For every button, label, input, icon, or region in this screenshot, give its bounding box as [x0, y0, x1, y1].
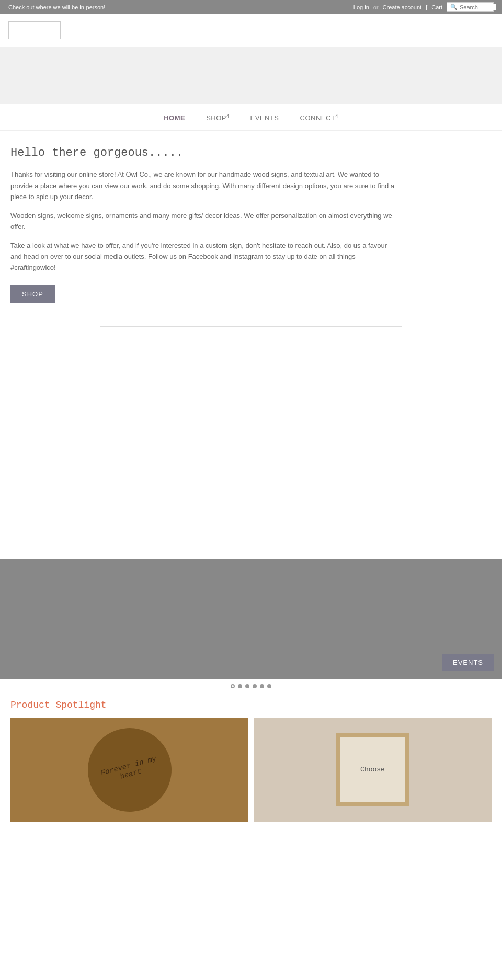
- or-separator: or: [373, 4, 379, 10]
- nav-item-events[interactable]: EVENTS: [250, 114, 279, 122]
- logo[interactable]: [8, 21, 61, 39]
- nav-item-connect[interactable]: CONNECT4: [300, 113, 338, 122]
- dot-4[interactable]: [253, 684, 257, 688]
- hero-image: [0, 47, 502, 104]
- slider-section: EVENTS: [0, 559, 502, 691]
- events-badge[interactable]: EVENTS: [442, 654, 494, 671]
- cart-link[interactable]: Cart: [431, 4, 442, 10]
- spacer-area: [0, 339, 502, 559]
- framed-sign-image: Choose: [336, 733, 409, 806]
- dot-2[interactable]: [238, 684, 242, 688]
- dot-1[interactable]: [231, 684, 235, 688]
- product-grid: Forever in my heart Choose: [10, 718, 492, 822]
- body-paragraph-2: Wooden signs, welcome signs, ornaments a…: [10, 210, 397, 233]
- main-content: Hello there gorgeous..... Thanks for vis…: [0, 131, 408, 314]
- spotlight-section: Product Spotlight Forever in my heart Ch…: [0, 691, 502, 827]
- dot-3[interactable]: [245, 684, 249, 688]
- search-icon: 🔍: [450, 4, 458, 10]
- page-title: Hello there gorgeous.....: [10, 146, 397, 159]
- slider-image: EVENTS: [0, 559, 502, 679]
- top-bar: Check out where we will be in-person! Lo…: [0, 0, 502, 14]
- shop-button[interactable]: SHOP: [10, 285, 55, 303]
- nav-item-home[interactable]: HOME: [164, 114, 185, 122]
- slider-dots: [0, 679, 502, 691]
- announcement-text: Check out where we will be in-person!: [8, 4, 105, 10]
- nav-item-shop[interactable]: SHOP4: [206, 113, 229, 122]
- search-input[interactable]: [460, 4, 496, 10]
- body-paragraph-1: Thanks for visiting our online store! At…: [10, 169, 397, 202]
- body-paragraph-3: Take a look at what we have to offer, an…: [10, 240, 397, 273]
- bracket-left: [: [426, 4, 427, 10]
- main-nav: HOME SHOP4 EVENTS CONNECT4: [0, 104, 502, 131]
- content-divider: [100, 326, 402, 327]
- product-image-2: Choose: [254, 718, 492, 822]
- login-link[interactable]: Log in: [353, 4, 369, 10]
- top-bar-right: Log in or Create account [ Cart 🔍: [353, 2, 494, 12]
- product-image-1: Forever in my heart: [10, 718, 248, 822]
- dot-6[interactable]: [267, 684, 271, 688]
- product-card-2[interactable]: Choose: [254, 718, 492, 822]
- logo-area: [0, 14, 502, 47]
- product-card-1[interactable]: Forever in my heart: [10, 718, 248, 822]
- circular-sign-image: Forever in my heart: [78, 719, 181, 821]
- search-box[interactable]: 🔍: [447, 2, 494, 12]
- spotlight-title: Product Spotlight: [10, 700, 492, 710]
- create-account-link[interactable]: Create account: [383, 4, 422, 10]
- dot-5[interactable]: [260, 684, 264, 688]
